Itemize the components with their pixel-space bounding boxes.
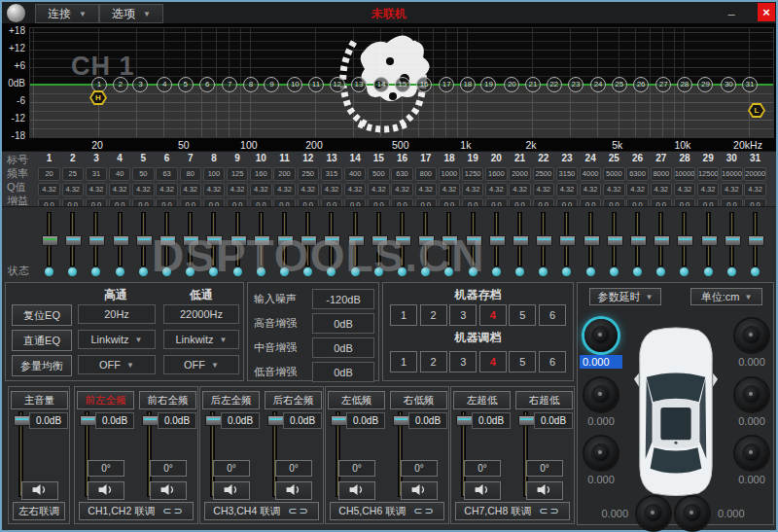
band-gain-slider[interactable] [442,212,456,266]
minimize-button[interactable]: – [722,2,741,21]
slider-handle[interactable] [80,415,96,426]
delay-value-7[interactable]: 0.000 [585,508,628,519]
eq-band-marker[interactable]: 17 [439,77,454,92]
preset-load-2[interactable]: 2 [420,351,447,372]
eq-band-marker[interactable]: 2 [113,77,128,92]
delay-knob-6[interactable] [735,437,768,470]
band-gain-slider[interactable] [748,212,762,266]
slider-handle[interactable] [113,235,129,246]
slider-handle[interactable] [324,235,340,246]
band-q-value[interactable]: 4.32 [462,183,484,196]
band-q-value[interactable]: 4.32 [391,183,413,196]
band-frequency-value[interactable]: 5000 [603,167,625,181]
lowpass-freq-value[interactable]: 22000Hz [163,304,239,324]
delay-knob-4[interactable] [735,378,768,411]
channel-select-button[interactable]: 右低频 [390,391,447,409]
band-q-value[interactable]: 4.32 [203,183,226,196]
eq-band-marker[interactable]: 18 [460,77,476,92]
band-gain-slider[interactable] [607,212,621,266]
band-frequency-value[interactable]: 16000 [721,167,743,181]
band-frequency-value[interactable]: 31 [86,167,108,181]
eq-band-marker[interactable]: 6 [199,77,215,92]
parametric-eq-button[interactable]: 参量均衡 [12,355,72,376]
eq-band-marker[interactable]: 12 [330,77,345,92]
band-q-value[interactable]: 4.32 [415,183,438,196]
slider-handle[interactable] [701,235,718,246]
delay-value-2[interactable]: 0.000 [726,356,777,368]
band-q-value[interactable]: 4.32 [368,183,390,196]
channel-select-button[interactable]: 前右全频 [139,391,196,409]
band-gain-slider[interactable] [65,212,80,266]
slider-handle[interactable] [277,235,294,246]
channel-gain-value[interactable]: 0.0dB [221,412,260,429]
band-gain-slider[interactable] [113,212,127,266]
band-q-value[interactable]: 4.32 [697,183,720,196]
band-q-value[interactable]: 4.32 [674,183,696,196]
band-q-value[interactable]: 4.32 [273,183,296,196]
slider-handle[interactable] [348,235,365,246]
band-gain-slider[interactable] [183,212,197,266]
slider-handle[interactable] [456,415,473,426]
band-frequency-value[interactable]: 80 [180,167,202,181]
eq-band-marker[interactable]: 4 [157,77,172,92]
delay-value-1[interactable]: 0.000 [580,355,622,369]
band-gain-slider[interactable] [88,212,103,266]
mid-boost-value[interactable]: 0dB [312,337,374,358]
band-q-value[interactable]: 4.32 [603,183,625,196]
phase-button[interactable]: 0° [401,460,438,477]
band-gain-slider[interactable] [230,212,245,266]
eq-band-marker[interactable]: 22 [547,77,562,92]
band-frequency-value[interactable]: 6300 [626,167,649,181]
delay-value-6[interactable]: 0.000 [726,474,777,485]
channel-gain-value[interactable]: 0.0dB [95,412,134,429]
preset-save-5[interactable]: 5 [509,304,536,326]
highpass-freq-value[interactable]: 20Hz [78,304,156,324]
band-frequency-value[interactable]: 1000 [439,167,461,181]
eq-band-marker[interactable]: 30 [721,77,736,92]
slider-handle[interactable] [748,235,764,246]
band-q-value[interactable]: 4.32 [344,183,367,196]
band-gain-slider[interactable] [395,212,409,266]
band-q-value[interactable]: 4.32 [227,183,249,196]
eq-band-marker[interactable]: 29 [697,77,713,92]
phase-button[interactable]: 0° [338,460,375,477]
delay-knob-3[interactable] [584,378,618,411]
eq-band-marker[interactable]: 26 [633,77,649,92]
preset-save-6[interactable]: 6 [539,304,566,326]
band-frequency-value[interactable]: 800 [415,167,438,181]
eq-band-marker[interactable]: 23 [568,77,584,92]
slider-handle[interactable] [267,415,284,426]
slider-handle[interactable] [206,235,223,246]
delay-knob-1[interactable] [584,319,618,352]
phase-button[interactable]: 0° [464,460,501,477]
channel-select-button[interactable]: 右超低 [515,391,573,409]
delay-knob-8[interactable] [676,497,709,530]
band-q-value[interactable]: 4.32 [132,183,155,196]
mute-button[interactable] [21,481,58,500]
band-q-value[interactable]: 4.32 [626,183,649,196]
band-frequency-value[interactable]: 40 [109,167,131,181]
input-noise-value[interactable]: -120dB [312,289,374,309]
band-gain-slider[interactable] [536,212,550,266]
eq-band-marker[interactable]: 8 [243,77,259,92]
band-frequency-value[interactable]: 125 [227,167,249,181]
slider-handle[interactable] [725,235,741,246]
delay-value-3[interactable]: 0.000 [576,415,626,427]
phase-button[interactable]: 0° [526,460,563,477]
band-gain-slider[interactable] [654,212,668,266]
mute-button[interactable] [526,481,563,500]
band-gain-slider[interactable] [159,212,174,266]
slider-handle[interactable] [607,235,623,246]
band-q-value[interactable]: 4.32 [109,183,131,196]
band-frequency-value[interactable]: 4000 [580,167,602,181]
mute-button[interactable] [338,481,375,500]
eq-band-marker[interactable]: 20 [504,77,519,92]
phase-button[interactable]: 0° [150,460,187,477]
preset-load-3[interactable]: 3 [449,351,477,372]
band-q-value[interactable]: 4.32 [485,183,508,196]
phase-button[interactable]: 0° [213,460,250,477]
eq-band-marker[interactable]: 11 [308,77,324,92]
band-gain-slider[interactable] [371,212,386,266]
band-frequency-value[interactable]: 400 [344,167,367,181]
mute-button[interactable] [88,481,124,500]
